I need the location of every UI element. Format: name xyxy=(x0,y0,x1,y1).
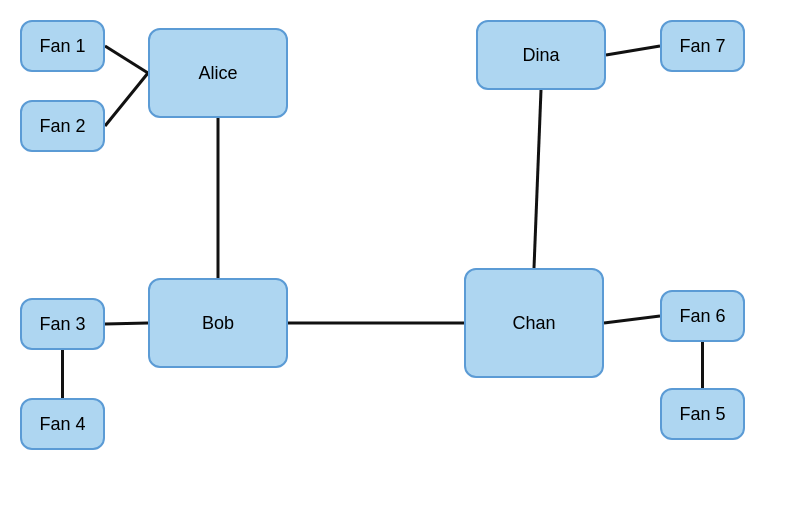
node-label-fan5: Fan 5 xyxy=(679,404,725,425)
node-fan5: Fan 5 xyxy=(660,388,745,440)
node-label-bob: Bob xyxy=(202,313,234,334)
node-fan2: Fan 2 xyxy=(20,100,105,152)
node-chan: Chan xyxy=(464,268,604,378)
node-bob: Bob xyxy=(148,278,288,368)
node-label-fan4: Fan 4 xyxy=(39,414,85,435)
node-label-fan6: Fan 6 xyxy=(679,306,725,327)
node-label-dina: Dina xyxy=(522,45,559,66)
node-fan7: Fan 7 xyxy=(660,20,745,72)
node-label-chan: Chan xyxy=(512,313,555,334)
svg-line-4 xyxy=(606,46,660,55)
node-label-fan2: Fan 2 xyxy=(39,116,85,137)
node-fan3: Fan 3 xyxy=(20,298,105,350)
node-fan6: Fan 6 xyxy=(660,290,745,342)
node-label-fan7: Fan 7 xyxy=(679,36,725,57)
node-label-fan3: Fan 3 xyxy=(39,314,85,335)
node-fan4: Fan 4 xyxy=(20,398,105,450)
node-fan1: Fan 1 xyxy=(20,20,105,72)
node-alice: Alice xyxy=(148,28,288,118)
node-label-alice: Alice xyxy=(198,63,237,84)
svg-line-5 xyxy=(105,323,148,324)
node-label-fan1: Fan 1 xyxy=(39,36,85,57)
svg-line-1 xyxy=(105,73,148,126)
svg-line-3 xyxy=(534,90,541,268)
svg-line-8 xyxy=(604,316,660,323)
svg-line-0 xyxy=(105,46,148,73)
node-dina: Dina xyxy=(476,20,606,90)
network-diagram: Fan 1Fan 2AliceDinaFan 7Fan 3Fan 4BobCha… xyxy=(0,0,786,505)
